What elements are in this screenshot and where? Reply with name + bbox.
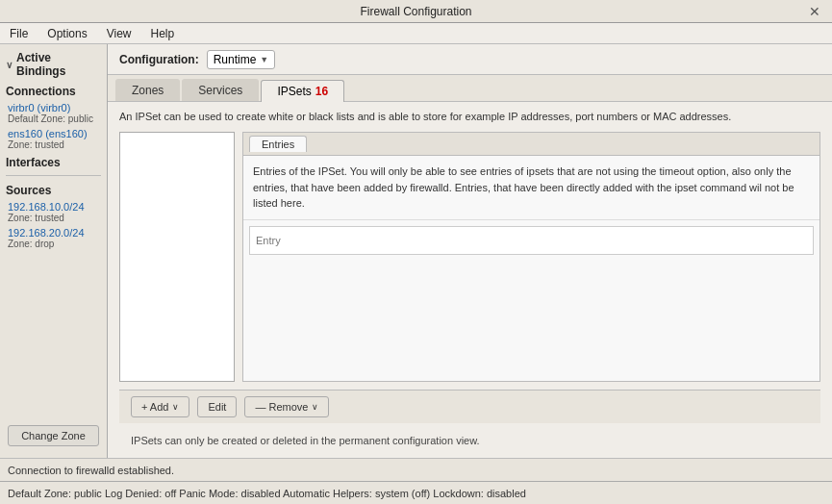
interfaces-label: Interfaces xyxy=(0,152,107,171)
source-192-20-name: 192.168.20.0/24 xyxy=(8,227,99,239)
entries-tab[interactable]: Entries xyxy=(249,136,307,152)
config-arrow: ▼ xyxy=(260,55,268,64)
remove-label: — Remove xyxy=(255,401,308,413)
edit-button[interactable]: Edit xyxy=(197,396,237,417)
add-arrow: ∨ xyxy=(172,402,179,412)
menu-options[interactable]: Options xyxy=(41,25,92,42)
tab-ipsets-badge: 16 xyxy=(315,85,328,98)
sidebar-connection-ens160[interactable]: ens160 (ens160) Zone: trusted xyxy=(0,126,107,152)
tab-ipsets[interactable]: IPSets16 xyxy=(261,80,344,102)
sources-label: Sources xyxy=(0,180,107,199)
active-bindings-header[interactable]: ∨ Active Bindings xyxy=(0,48,107,81)
add-label: + Add xyxy=(141,401,168,413)
divider-1 xyxy=(6,175,101,176)
connection-virbr0-name: virbr0 (virbr0) xyxy=(8,102,99,113)
sidebar-source-192-10[interactable]: 192.168.10.0/24 Zone: trusted xyxy=(0,199,107,225)
content-area: Configuration: Runtime ▼ Zones Services … xyxy=(108,44,832,458)
menu-file[interactable]: File xyxy=(4,25,34,42)
ipsets-note: IPSets can only be created or deleted in… xyxy=(119,431,820,450)
ipsets-entries-panel: Entries Entries of the IPSet. You will o… xyxy=(242,132,820,382)
add-button[interactable]: + Add ∨ xyxy=(131,396,189,417)
ipsets-list[interactable] xyxy=(119,132,235,382)
active-bindings-label: Active Bindings xyxy=(16,51,101,78)
source-192-10-name: 192.168.10.0/24 xyxy=(8,201,99,213)
change-zone-button[interactable]: Change Zone xyxy=(8,425,99,446)
source-192-20-zone: Zone: drop xyxy=(8,239,99,249)
entry-input-area xyxy=(243,220,819,381)
edit-label: Edit xyxy=(208,401,226,413)
connection-ens160-zone: Zone: trusted xyxy=(8,139,99,150)
config-label: Configuration: xyxy=(119,53,199,66)
action-bar: + Add ∨ Edit — Remove ∨ xyxy=(119,390,820,423)
config-value: Runtime xyxy=(214,53,257,66)
tab-services[interactable]: Services xyxy=(182,79,259,101)
entries-tab-bar: Entries xyxy=(243,133,819,156)
menu-help[interactable]: Help xyxy=(145,25,181,42)
connection-virbr0-zone: Default Zone: public xyxy=(8,113,99,124)
status-bar: Default Zone: public Log Denied: off Pan… xyxy=(0,481,832,504)
window-title: Firewall Configuration xyxy=(27,5,805,18)
tab-ipsets-label: IPSets xyxy=(277,85,311,98)
sidebar-connection-virbr0[interactable]: virbr0 (virbr0) Default Zone: public xyxy=(0,100,107,126)
menu-view[interactable]: View xyxy=(101,25,138,42)
remove-arrow: ∨ xyxy=(312,402,318,412)
status-details: Default Zone: public Log Denied: off Pan… xyxy=(8,488,526,499)
entries-description: Entries of the IPSet. You will only be a… xyxy=(243,156,819,220)
main-container: ∨ Active Bindings Connections virbr0 (vi… xyxy=(0,44,832,458)
sidebar: ∨ Active Bindings Connections virbr0 (vi… xyxy=(0,44,108,458)
ipsets-content: An IPSet can be used to create white or … xyxy=(108,102,832,458)
active-bindings-chevron: ∨ xyxy=(6,60,13,70)
menu-bar: File Options View Help xyxy=(0,23,832,44)
title-bar: Firewall Configuration ✕ xyxy=(0,0,832,23)
connection-ens160-name: ens160 (ens160) xyxy=(8,128,99,139)
ipsets-body: Entries Entries of the IPSet. You will o… xyxy=(119,132,820,382)
ipsets-description: An IPSet can be used to create white or … xyxy=(119,110,820,124)
connections-label: Connections xyxy=(0,81,107,100)
config-dropdown[interactable]: Runtime ▼ xyxy=(207,50,276,69)
tab-zones[interactable]: Zones xyxy=(115,79,180,101)
connection-text: Connection to firewalld established. xyxy=(8,465,174,476)
bottom-bar: Connection to firewalld established. Def… xyxy=(0,458,832,504)
connection-status: Connection to firewalld established. xyxy=(0,458,832,481)
sidebar-source-192-20[interactable]: 192.168.20.0/24 Zone: drop xyxy=(0,225,107,251)
config-bar: Configuration: Runtime ▼ xyxy=(108,44,832,75)
source-192-10-zone: Zone: trusted xyxy=(8,213,99,223)
remove-button[interactable]: — Remove ∨ xyxy=(244,396,329,417)
entry-input[interactable] xyxy=(249,226,814,255)
tabs-bar: Zones Services IPSets16 xyxy=(108,75,832,102)
close-button[interactable]: ✕ xyxy=(805,4,824,19)
